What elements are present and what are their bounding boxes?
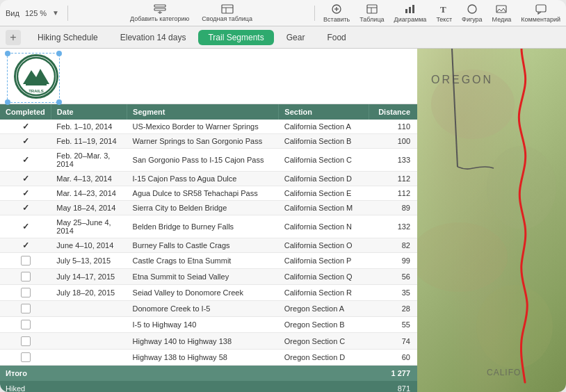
cell-completed[interactable]: ✓ [0,149,51,172]
cell-distance: 100 [369,134,417,149]
cell-completed[interactable]: ✓ [0,120,51,134]
checkbox[interactable] [21,304,31,313]
table-button[interactable]: Таблица [359,3,384,23]
svg-rect-14 [409,7,411,13]
table-row: Donomore Creek to I-5Oregon Section A28 [0,301,417,317]
cell-segment: Castle Crags to Etna Summit [127,253,279,269]
checkmark: ✓ [22,155,29,165]
svg-rect-4 [222,5,233,13]
tab-elevation[interactable]: Elevation 14 days [111,30,196,45]
cell-completed[interactable] [0,349,51,365]
add-category-button[interactable]: Добавить категорию [130,4,189,22]
checkbox[interactable] [21,272,31,281]
toolbar-divider-2 [314,6,315,21]
table-footer-hiked: Hiked 871 [0,381,417,392]
cell-segment: Seiad Valley to Donomore Creek [127,285,279,301]
header-completed: Completed [0,104,51,120]
table-row: Highway 138 to Highway 58Oregon Section … [0,349,417,365]
table-row: ✓Feb. 1–10, 2014US-Mexico Border to Warn… [0,120,417,134]
cell-date: June 4–10, 2014 [51,238,127,253]
cell-distance: 74 [369,333,417,349]
summary-table-button[interactable]: Сводная таблица [202,4,252,22]
toolbar-divider-1 [67,6,68,21]
cell-distance: 112 [369,172,417,186]
text-button[interactable]: T Текст [436,3,452,23]
cell-date [51,333,127,349]
svg-rect-21 [26,83,47,85]
view-label[interactable]: Вид [6,9,19,17]
cell-date [51,349,127,365]
cell-distance: 35 [369,285,417,301]
chart-button[interactable]: Диаграмма [394,3,427,23]
table-header-row: Completed Date Segment Section Distance [0,104,417,120]
cell-completed[interactable] [0,333,51,349]
cell-date: Mar. 14–23, 2014 [51,186,127,201]
map-svg: OREGON CALIFO [417,49,566,392]
handle-tl[interactable] [5,51,10,56]
cell-completed[interactable]: ✓ [0,201,51,215]
svg-rect-0 [154,5,165,7]
cell-distance: 89 [369,201,417,215]
checkmark: ✓ [22,174,29,183]
cell-completed[interactable]: ✓ [0,186,51,201]
cell-segment: Highway 138 to Highway 58 [127,349,279,365]
scale-label[interactable]: 125 % [25,9,47,17]
checkbox[interactable] [21,288,31,297]
cell-segment: US-Mexico Border to Warner Springs [127,120,279,134]
footer-total-empty2 [279,365,369,381]
cell-date: July 18–20, 2015 [51,285,127,301]
cell-distance: 110 [369,120,417,134]
media-button[interactable]: Медиа [492,3,512,23]
cell-completed[interactable]: ✓ [0,134,51,149]
checkbox[interactable] [21,256,31,266]
tab-food[interactable]: Food [317,30,355,45]
cell-section: California Section M [279,201,369,215]
add-tab-button[interactable]: + [6,30,21,45]
summary-table-label: Сводная таблица [202,15,252,22]
cell-date: Feb. 1–10, 2014 [51,120,127,134]
cell-completed[interactable] [0,301,51,317]
cell-completed[interactable] [0,285,51,301]
checkbox[interactable] [21,336,31,346]
cell-completed[interactable] [0,269,51,285]
cell-distance: 99 [369,253,417,269]
logo-area: TRAILS [0,49,417,104]
tab-trail-segments[interactable]: Trail Segments [198,30,273,45]
cell-section: California Section R [279,285,369,301]
svg-point-26 [476,285,553,368]
cell-completed[interactable] [0,317,51,333]
svg-rect-15 [412,5,414,13]
cell-section: Oregon Section A [279,301,369,317]
checkmark: ✓ [22,222,29,231]
cell-completed[interactable] [0,253,51,269]
footer-hiked-value: 871 [369,381,417,392]
table-row: July 5–13, 2015Castle Crags to Etna Summ… [0,253,417,269]
cell-segment: Etna Summit to Seiad Valley [127,269,279,285]
cell-distance: 55 [369,317,417,333]
handle-bl[interactable] [5,99,10,105]
svg-rect-10 [367,5,377,13]
tab-hiking-schedule[interactable]: Hiking Schedule [28,30,108,45]
checkbox[interactable] [21,352,31,362]
header-section: Section [279,104,369,120]
cell-completed[interactable]: ✓ [0,238,51,253]
footer-hiked-empty2 [279,381,369,392]
tab-gear[interactable]: Gear [277,30,315,45]
cell-segment: I-5 to Highway 140 [127,317,279,333]
table-container[interactable]: Completed Date Segment Section Distance … [0,104,417,392]
tabs-row: + Hiking Schedule Elevation 14 days Trai… [0,26,566,49]
handle-br[interactable] [56,99,62,105]
cell-distance: 112 [369,186,417,201]
cell-completed[interactable]: ✓ [0,215,51,238]
comment-button[interactable]: Комментарий [521,3,560,23]
svg-text:OREGON: OREGON [431,74,493,85]
cell-section: Oregon Section C [279,333,369,349]
checkbox[interactable] [21,320,31,329]
map-background: OREGON CALIFO [417,49,566,392]
cell-completed[interactable]: ✓ [0,172,51,186]
insert-button[interactable]: Вставить [323,3,350,23]
header-distance: Distance [369,104,417,120]
handle-tr[interactable] [56,51,62,56]
shape-button[interactable]: Фигура [462,3,483,23]
cell-date: July 5–13, 2015 [51,253,127,269]
